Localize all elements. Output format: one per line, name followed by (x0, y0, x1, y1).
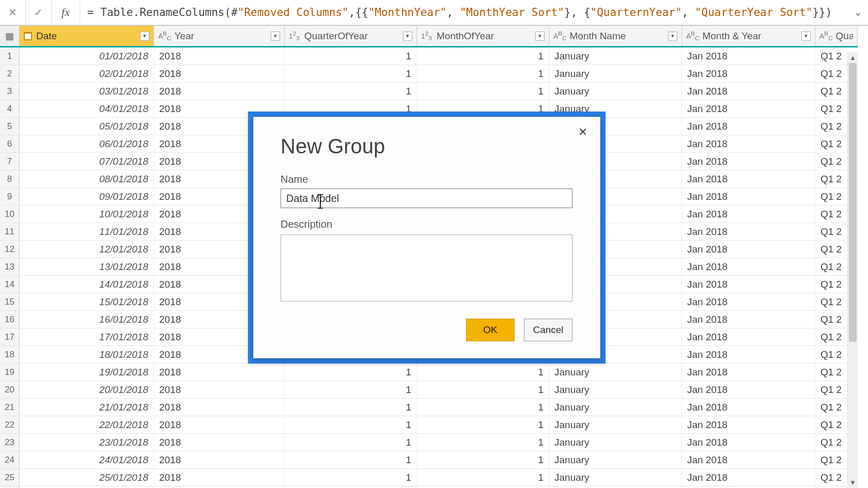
cell-monthandyear[interactable]: Jan 2018 (682, 276, 815, 293)
cell-date[interactable]: 08/01/2018 (20, 170, 154, 187)
cell-monthandyear[interactable]: Jan 2018 (682, 153, 815, 170)
row-number[interactable]: 2 (0, 65, 20, 82)
cell-date[interactable]: 24/01/2018 (20, 451, 154, 468)
cell-monthandyear[interactable]: Jan 2018 (682, 100, 815, 117)
row-number[interactable]: 11 (0, 223, 20, 240)
cell-date[interactable]: 06/01/2018 (20, 135, 154, 152)
cell-monthandyear[interactable]: Jan 2018 (682, 451, 815, 468)
cell-date[interactable]: 03/01/2018 (20, 83, 154, 100)
cell-monthandyear[interactable]: Jan 2018 (682, 188, 815, 205)
row-number[interactable]: 15 (0, 293, 20, 310)
filter-dropdown-icon[interactable]: ▾ (403, 32, 412, 41)
cell-monthandyear[interactable]: Jan 2018 (682, 48, 815, 65)
cell-monthandyear[interactable]: Jan 2018 (682, 241, 815, 258)
cell-quarterofyear[interactable]: 1 (285, 434, 417, 451)
cell-date[interactable]: 09/01/2018 (20, 188, 154, 205)
cell-year[interactable]: 2018 (154, 83, 285, 100)
column-header-monthname[interactable]: ABC Month Name ▾ (549, 26, 682, 46)
cell-date[interactable]: 21/01/2018 (20, 399, 154, 416)
cell-year[interactable]: 2018 (154, 469, 285, 486)
row-number[interactable]: 9 (0, 188, 20, 205)
table-row[interactable]: 2424/01/2018201811JanuaryJan 2018Q1 2 (0, 451, 858, 469)
filter-dropdown-icon[interactable]: ▾ (668, 32, 677, 41)
cancel-button[interactable]: Cancel (524, 319, 572, 341)
row-number[interactable]: 23 (0, 434, 20, 451)
scroll-up-icon[interactable]: ▲ (848, 52, 858, 63)
cell-quarterofyear[interactable]: 1 (285, 451, 417, 468)
cell-date[interactable]: 20/01/2018 (20, 381, 154, 398)
row-number[interactable]: 21 (0, 399, 20, 416)
row-number[interactable]: 14 (0, 276, 20, 293)
ok-button[interactable]: OK (466, 319, 515, 341)
row-number[interactable]: 7 (0, 153, 20, 170)
scroll-down-icon[interactable]: ▼ (848, 477, 858, 488)
row-number[interactable]: 6 (0, 135, 20, 152)
cell-quarterofyear[interactable]: 1 (285, 416, 417, 433)
cell-year[interactable]: 2018 (154, 416, 285, 433)
cell-year[interactable]: 2018 (154, 399, 285, 416)
table-row[interactable]: 303/01/2018201811JanuaryJan 2018Q1 2 (0, 83, 858, 100)
row-number[interactable]: 4 (0, 100, 20, 117)
column-header-date[interactable]: Date ▾ (20, 26, 154, 46)
cell-monthname[interactable]: January (549, 364, 682, 381)
row-number[interactable]: 16 (0, 311, 20, 328)
formula-accept-icon[interactable]: ✓ (26, 0, 52, 25)
cell-date[interactable]: 01/01/2018 (20, 48, 154, 65)
column-header-quar[interactable]: ABC Quar (815, 26, 858, 46)
cell-date[interactable]: 12/01/2018 (20, 241, 154, 258)
formula-input[interactable]: = Table.RenameColumns(#"Removed Columns"… (80, 6, 847, 19)
cell-monthandyear[interactable]: Jan 2018 (682, 364, 815, 381)
row-number[interactable]: 22 (0, 416, 20, 433)
column-header-monthofyear[interactable]: 123 MonthOfYear ▾ (417, 26, 549, 46)
cell-date[interactable]: 25/01/2018 (20, 469, 154, 486)
cell-date[interactable]: 23/01/2018 (20, 434, 154, 451)
table-row[interactable]: 101/01/2018201811JanuaryJan 2018Q1 2 (0, 48, 858, 65)
cell-monthandyear[interactable]: Jan 2018 (682, 434, 815, 451)
cell-date[interactable]: 14/01/2018 (20, 276, 154, 293)
cell-date[interactable]: 04/01/2018 (20, 100, 154, 117)
cell-date[interactable]: 18/01/2018 (20, 346, 154, 363)
cell-date[interactable]: 05/01/2018 (20, 118, 154, 135)
cell-date[interactable]: 07/01/2018 (20, 153, 154, 170)
table-row[interactable]: 202/01/2018201811JanuaryJan 2018Q1 2 (0, 65, 858, 83)
cell-monthname[interactable]: January (549, 48, 682, 65)
cell-date[interactable]: 19/01/2018 (20, 364, 154, 381)
cell-monthofyear[interactable]: 1 (417, 364, 549, 381)
table-row[interactable]: 2020/01/2018201811JanuaryJan 2018Q1 2 (0, 381, 858, 399)
cell-monthandyear[interactable]: Jan 2018 (682, 346, 815, 363)
vertical-scrollbar[interactable]: ▲ ▼ (847, 52, 858, 488)
cell-monthandyear[interactable]: Jan 2018 (682, 118, 815, 135)
cell-quarterofyear[interactable]: 1 (285, 48, 417, 65)
cell-monthandyear[interactable]: Jan 2018 (682, 135, 815, 152)
table-row[interactable]: 2323/01/2018201811JanuaryJan 2018Q1 2 (0, 434, 858, 451)
cell-quarterofyear[interactable]: 1 (285, 364, 417, 381)
cell-monthname[interactable]: January (549, 381, 682, 398)
cell-monthofyear[interactable]: 1 (417, 48, 549, 65)
table-row[interactable]: 2525/01/2018201811JanuaryJan 2018Q1 2 (0, 469, 858, 486)
cell-date[interactable]: 13/01/2018 (20, 258, 154, 275)
row-number[interactable]: 19 (0, 364, 20, 381)
table-row[interactable]: 1919/01/2018201811JanuaryJan 2018Q1 2 (0, 364, 858, 381)
filter-dropdown-icon[interactable]: ▾ (140, 32, 149, 41)
cell-monthofyear[interactable]: 1 (417, 399, 549, 416)
cell-monthandyear[interactable]: Jan 2018 (682, 65, 815, 82)
dialog-close-button[interactable]: ✕ (576, 125, 590, 139)
row-number[interactable]: 13 (0, 258, 20, 275)
cell-year[interactable]: 2018 (154, 65, 285, 82)
cell-date[interactable]: 22/01/2018 (20, 416, 154, 433)
row-number[interactable]: 8 (0, 170, 20, 187)
column-header-quarterofyear[interactable]: 123 QuarterOfYear ▾ (285, 26, 417, 46)
cell-date[interactable]: 10/01/2018 (20, 206, 154, 223)
column-header-monthandyear[interactable]: ABC Month & Year ▾ (682, 26, 815, 46)
cell-date[interactable]: 15/01/2018 (20, 293, 154, 310)
formula-expand-icon[interactable]: ⌄ (847, 7, 868, 18)
cell-year[interactable]: 2018 (154, 48, 285, 65)
select-all-corner[interactable]: ▦ (0, 26, 20, 46)
cell-date[interactable]: 16/01/2018 (20, 311, 154, 328)
cell-date[interactable]: 02/01/2018 (20, 65, 154, 82)
cell-year[interactable]: 2018 (154, 364, 285, 381)
row-number[interactable]: 25 (0, 469, 20, 486)
cell-monthofyear[interactable]: 1 (417, 83, 549, 100)
cell-monthofyear[interactable]: 1 (417, 65, 549, 82)
cell-monthname[interactable]: January (549, 434, 682, 451)
